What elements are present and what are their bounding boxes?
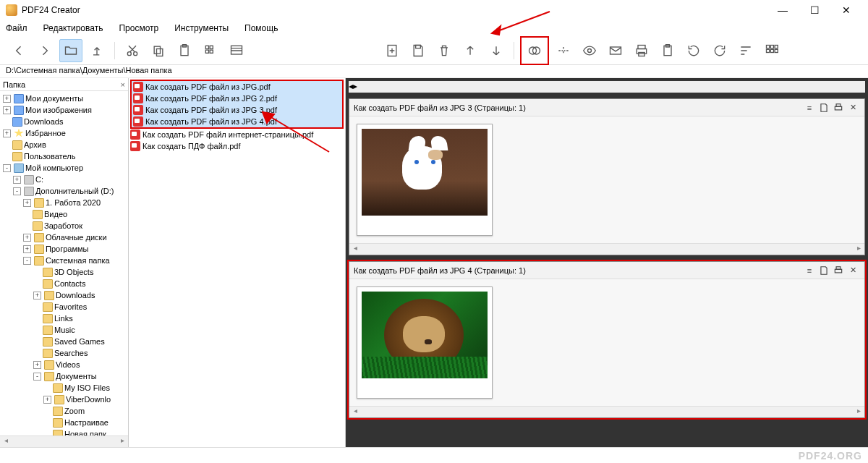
folder-button[interactable] [59, 39, 82, 62]
file-row[interactable]: Как создать PDF файл из JPG 3.pdf [132, 104, 342, 116]
tree-node[interactable]: -Системная папка [0, 255, 128, 266]
folder-tree[interactable]: +Мои документы+Мои изображенияDownloads+… [0, 91, 128, 436]
preview-button[interactable] [578, 39, 601, 62]
tree-hscrollbar[interactable]: ◂▸ [0, 436, 128, 447]
doc-print-icon[interactable] [831, 263, 846, 278]
tree-node[interactable]: Новая папк [0, 428, 128, 436]
tree-close-icon[interactable]: × [121, 80, 125, 89]
preview-panel: ◂▸ Как создать PDF файл из JPG 3 (Страни… [346, 78, 868, 447]
tree-node[interactable]: -Мой компьютер [0, 162, 128, 174]
svg-rect-29 [836, 103, 841, 106]
window-close-button[interactable]: ✕ [830, 0, 862, 20]
tree-node[interactable]: Music [0, 324, 128, 336]
tree-node[interactable]: Заработок [0, 220, 128, 232]
tree-node[interactable]: 3D Objects [0, 266, 128, 278]
delete-button[interactable] [433, 39, 456, 62]
tree-node[interactable]: Saved Games [0, 336, 128, 347]
doc-card-2[interactable]: Как создать PDF файл из JPG 4 (Страницы:… [349, 261, 865, 418]
doc-close-icon[interactable]: ✕ [846, 263, 860, 278]
doc-save-icon[interactable] [817, 263, 831, 278]
save-button[interactable] [407, 39, 430, 62]
window-maximize-button[interactable]: ☐ [799, 0, 830, 20]
grid-button[interactable] [760, 39, 783, 62]
tree-node[interactable]: Downloads [0, 116, 128, 127]
tree-node[interactable]: +Избранное [0, 127, 128, 139]
rotate-cw-button[interactable] [708, 39, 731, 62]
menu-help[interactable]: Помощь [243, 22, 279, 35]
doc-close-icon[interactable]: ✕ [846, 101, 860, 115]
main-area: Папка × +Мои документы+Мои изображенияDo… [0, 78, 868, 447]
grid-small-button[interactable] [199, 39, 222, 62]
window-minimize-button[interactable]: — [767, 0, 799, 20]
tree-node[interactable]: -Дополнительный (D:) [0, 185, 128, 197]
tree-node[interactable]: My ISO Files [0, 382, 128, 394]
tree-node[interactable]: +Программы [0, 243, 128, 255]
doc-hscrollbar[interactable]: ◂▸ [349, 406, 864, 417]
doc-save-icon[interactable] [817, 101, 831, 115]
up-folder-button[interactable] [85, 39, 109, 62]
tree-node[interactable]: Настраивае [0, 417, 128, 428]
rotate-ccw-button[interactable] [682, 39, 705, 62]
tree-node[interactable]: +Downloads [0, 289, 128, 301]
file-list-panel: Как создать PDF файл из JPG.pdfКак созда… [129, 78, 346, 447]
svg-point-1 [134, 51, 137, 55]
menu-file[interactable]: Файл [4, 22, 29, 35]
svg-rect-23 [770, 45, 773, 48]
menu-edit[interactable]: Редактировать [42, 22, 105, 35]
move-up-button[interactable] [459, 39, 482, 62]
clipboard-button[interactable] [656, 39, 679, 62]
tree-node[interactable]: +Мои изображения [0, 104, 128, 116]
list-view-button[interactable] [225, 39, 248, 62]
doc-hscrollbar[interactable]: ◂▸ [349, 243, 864, 255]
page-thumbnail[interactable] [357, 286, 493, 399]
tree-node[interactable]: Zoom [0, 405, 128, 417]
tree-header: Папка × [0, 78, 128, 91]
tree-node[interactable]: +1. Работа 2020 [0, 197, 128, 208]
paste-button[interactable] [173, 39, 196, 62]
file-row[interactable]: Как создать PDF файл из JPG 4.pdf [132, 116, 342, 127]
doc-card-1[interactable]: Как создать PDF файл из JPG 3 (Страницы:… [349, 98, 865, 255]
tree-node[interactable]: +Мои документы [0, 93, 128, 104]
tree-node[interactable]: +Videos [0, 359, 128, 370]
doc-menu-icon[interactable]: ≡ [802, 101, 817, 115]
menu-tools[interactable]: Инструменты [173, 22, 230, 35]
statusbar: PDF24.ORG [0, 447, 868, 463]
file-row[interactable]: Как создать PDF файл из JPG.pdf [132, 81, 342, 93]
file-row[interactable]: Как создать PDF файл интернет-страницы.p… [129, 129, 345, 140]
doc-menu-icon[interactable]: ≡ [802, 263, 817, 278]
tree-node[interactable]: Contacts [0, 278, 128, 289]
nav-back-button[interactable] [7, 39, 30, 62]
svg-rect-3 [157, 48, 163, 56]
new-doc-button[interactable] [380, 39, 404, 62]
pdf-icon [133, 93, 143, 103]
tree-node[interactable]: +C: [0, 174, 128, 185]
doc-title: Как создать PDF файл из JPG 4 (Страницы:… [354, 266, 526, 275]
tree-node[interactable]: +Облачные диски [0, 232, 128, 243]
tree-node[interactable]: Архив [0, 139, 128, 150]
tree-node[interactable]: Links [0, 313, 128, 324]
doc-header: Как создать PDF файл из JPG 4 (Страницы:… [349, 262, 864, 279]
crop-button[interactable] [552, 39, 575, 62]
move-down-button[interactable] [485, 39, 508, 62]
tree-node[interactable]: Favorites [0, 301, 128, 313]
mail-button[interactable] [604, 39, 627, 62]
copy-button[interactable] [147, 39, 170, 62]
page-thumbnail[interactable] [357, 124, 493, 236]
doc-print-icon[interactable] [831, 101, 846, 115]
preview-top-scrollbar[interactable]: ◂▸ [349, 81, 865, 93]
cut-button[interactable] [121, 39, 144, 62]
watermark: PDF24.ORG [799, 450, 862, 462]
nav-forward-button[interactable] [33, 39, 56, 62]
merge-button[interactable] [523, 39, 546, 62]
folder-tree-panel: Папка × +Мои документы+Мои изображенияDo… [0, 78, 129, 447]
tree-node[interactable]: Видео [0, 208, 128, 220]
tree-node[interactable]: Пользователь [0, 150, 128, 162]
tree-node[interactable]: +ViberDownlo [0, 394, 128, 405]
file-row[interactable]: Как создать ПДФ файл.pdf [129, 140, 345, 152]
tree-node[interactable]: Searches [0, 347, 128, 359]
menu-view[interactable]: Просмотр [117, 22, 160, 35]
tree-node[interactable]: -Документы [0, 370, 128, 382]
sort-button[interactable] [734, 39, 757, 62]
file-row[interactable]: Как создать PDF файл из JPG 2.pdf [132, 93, 342, 104]
print-button[interactable] [630, 39, 653, 62]
